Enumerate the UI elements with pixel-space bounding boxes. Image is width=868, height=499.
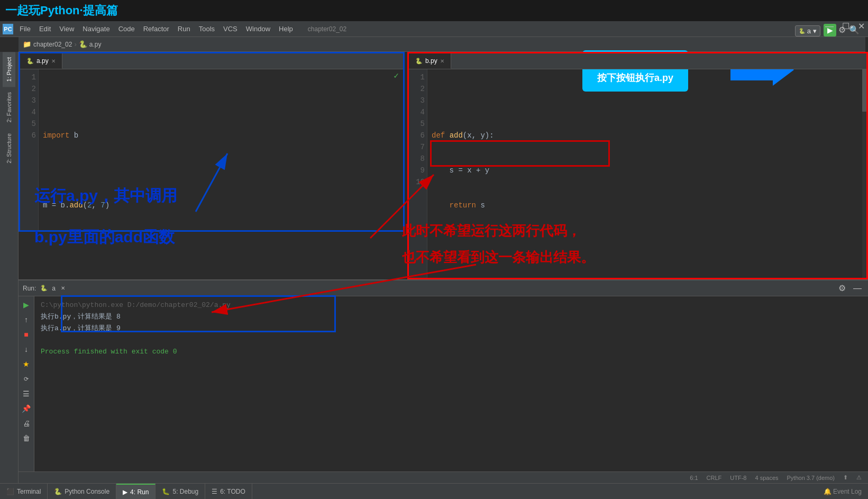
run-output-line1: 执行b.py，计算结果是 8	[41, 311, 862, 323]
run-config-selector[interactable]: 🐍 a ▾	[795, 25, 820, 37]
svg-marker-0	[730, 54, 794, 86]
run-print-btn[interactable]: 🖨	[20, 417, 33, 430]
run-sidebar: ▶ ↑ ■ ↓ ★ ⟳ ☰ 📌 🖨 🗑	[19, 296, 34, 483]
right-line-1	[432, 95, 862, 106]
menu-help[interactable]: Help	[275, 23, 297, 35]
left-sidebar: 1: Project 2: Favorites 2: Structure	[0, 52, 19, 483]
project-name-display: chapter02_02	[308, 25, 346, 33]
arrow-indicator	[730, 54, 794, 87]
run-play-btn[interactable]: ▶	[20, 298, 33, 311]
code-line-2: import b	[43, 130, 399, 141]
cursor-position: 6:1	[690, 475, 698, 481]
run-rerun-btn[interactable]: ⟳	[20, 373, 33, 385]
file-icon: 🐍	[79, 40, 87, 48]
sidebar-tab-favorites[interactable]: 2: Favorites	[3, 87, 15, 128]
code-content-right: 1 2 3 4 5 6 7 8 9 10 def add(x, y): s = …	[409, 69, 866, 278]
todo-icon: ☰	[212, 488, 217, 495]
py-file-icon: 🐍	[26, 58, 34, 65]
run-up-btn[interactable]: ↑	[20, 313, 33, 326]
run-output-line2: 执行a.py，计算结果是 9	[41, 323, 862, 334]
run-output: C:\python\python.exe D:/demo/chapter02_0…	[34, 296, 868, 483]
bottom-tab-python-console[interactable]: 🐍 Python Console	[48, 484, 116, 499]
run-trash-btn[interactable]: 🗑	[20, 432, 33, 444]
tab-apy-close[interactable]: ✕	[51, 58, 56, 64]
svg-line-1	[196, 153, 227, 212]
run-list-btn[interactable]: ☰	[20, 387, 33, 400]
sidebar-tab-project[interactable]: 1: Project	[3, 52, 15, 87]
breadcrumb-separator: ›	[74, 40, 76, 48]
right-line-4: return s	[432, 199, 862, 211]
debug-icon: 🐛	[162, 488, 170, 495]
menu-tools[interactable]: Tools	[195, 23, 219, 35]
run-tab-icon: ▶	[123, 488, 127, 496]
scrollbar-thumb-right[interactable]	[862, 69, 866, 112]
close-button[interactable]: ✕	[855, 21, 868, 31]
sidebar-tab-structure[interactable]: 2: Structure	[3, 128, 15, 169]
python-console-icon: 🐍	[54, 488, 62, 495]
breadcrumb-file[interactable]: a.py	[89, 41, 102, 48]
annotation-run-apy: 运行a.py，其中调用b.py里面的add函数	[34, 185, 177, 247]
run-pin-btn[interactable]: 📌	[20, 402, 33, 415]
editor-tabs-left: 🐍 a.py ✕	[20, 53, 403, 69]
tab-bpy[interactable]: 🐍 b.py ✕	[409, 53, 451, 69]
breadcrumb-folder[interactable]: chapter02_02	[33, 41, 72, 48]
checkmark-icon: ✓	[394, 70, 399, 82]
tab-bpy-close[interactable]: ✕	[440, 58, 444, 64]
menu-view[interactable]: View	[55, 23, 78, 35]
annotation-banner: 一起玩Python·提高篇	[0, 0, 868, 21]
run-panel: Run: 🐍 a ✕ ⚙ — ▶ ↑ ■ ↓ ★ ⟳ ☰ 📌 🖨 🗑 C:\py…	[19, 279, 868, 483]
status-info: 🔔 Event Log	[824, 488, 868, 495]
menu-code[interactable]: Code	[114, 23, 139, 35]
folder-icon: 📁	[23, 40, 31, 48]
terminal-icon: ⬛	[6, 488, 14, 495]
tab-apy[interactable]: 🐍 a.py ✕	[20, 53, 62, 69]
minimize-button[interactable]: —	[822, 22, 837, 31]
py-file-icon-right: 🐍	[415, 58, 423, 65]
run-panel-icons: ⚙ —	[836, 282, 864, 294]
debug-label: 5: Debug	[172, 488, 198, 495]
run-output-process: Process finished with exit code 0	[41, 346, 862, 358]
tab-apy-label: a.py	[36, 57, 49, 65]
bottom-tab-terminal[interactable]: ⬛ Terminal	[0, 484, 48, 499]
event-log-link[interactable]: 🔔 Event Log	[824, 488, 862, 495]
scrollbar-right[interactable]	[862, 69, 866, 278]
maximize-button[interactable]: ☐	[839, 21, 853, 31]
right-line-2: def add(x, y):	[432, 130, 862, 141]
interpreter-info: Python 3.7 (demo)	[787, 475, 835, 481]
run-label: Run:	[23, 285, 36, 292]
menu-refactor[interactable]: Refactor	[139, 23, 173, 35]
run-minimize-icon[interactable]: —	[851, 282, 864, 294]
run-down-btn[interactable]: ↓	[20, 343, 33, 356]
tooltip-line1: 通过列表，设置为	[592, 57, 679, 71]
run-panel-body: ▶ ↑ ■ ↓ ★ ⟳ ☰ 📌 🖨 🗑 C:\python\python.exe…	[19, 296, 868, 483]
run-config-name: a	[807, 27, 811, 35]
run-stop-btn[interactable]: ■	[20, 328, 33, 341]
menu-window[interactable]: Window	[242, 23, 275, 35]
menu-run[interactable]: Run	[173, 23, 195, 35]
menu-file[interactable]: File	[15, 23, 35, 35]
run-star-btn[interactable]: ★	[20, 358, 33, 370]
annotation-dont-run: 此时不希望运行这两行代码，	[402, 222, 581, 240]
menubar: PC File Edit View Navigate Code Refactor…	[0, 21, 868, 37]
run-close-icon[interactable]: ✕	[61, 285, 65, 291]
run-panel-header: Run: 🐍 a ✕ ⚙ —	[19, 280, 868, 296]
right-line-3: s = x + y	[432, 165, 862, 176]
menu-navigate[interactable]: Navigate	[78, 23, 114, 35]
config-file-icon: 🐍	[799, 28, 805, 34]
warning-icon: ⚠	[856, 474, 862, 481]
run-output-cmd: C:\python\python.exe D:/demo/chapter02_0…	[41, 300, 862, 311]
bottom-tab-run[interactable]: ▶ 4: Run	[116, 484, 156, 499]
run-tab-label: 4: Run	[130, 488, 149, 496]
code-lines-right[interactable]: def add(x, y): s = x + y return s m = ad…	[427, 69, 866, 278]
run-config-name-display: a	[52, 285, 56, 292]
line-numbers-right: 1 2 3 4 5 6 7 8 9 10	[409, 69, 427, 278]
run-settings-icon[interactable]: ⚙	[836, 282, 848, 294]
menu-vcs[interactable]: VCS	[219, 23, 242, 35]
status-bar: 6:1 CRLF UTF-8 4 spaces Python 3.7 (demo…	[19, 471, 868, 483]
bottom-tab-todo[interactable]: ☰ 6: TODO	[205, 484, 252, 499]
pc-logo-icon: PC	[3, 24, 13, 34]
menu-edit[interactable]: Edit	[35, 23, 55, 35]
bottom-tab-debug[interactable]: 🐛 5: Debug	[156, 484, 205, 499]
vcs-icon: ⬆	[843, 474, 848, 481]
bottom-tabs: ⬛ Terminal 🐍 Python Console ▶ 4: Run 🐛 5…	[0, 483, 868, 499]
